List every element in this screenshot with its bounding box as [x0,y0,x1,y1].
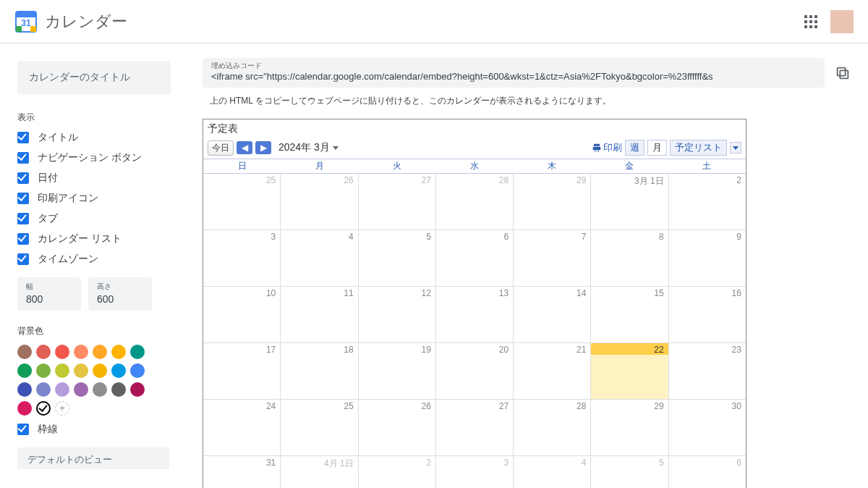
calendar-cell[interactable]: 4 [514,456,591,488]
calendar-cell[interactable]: 12 [359,287,436,342]
default-view-select[interactable]: デフォルトのビュー [17,447,169,469]
tab-week[interactable]: 週 [625,140,644,156]
calendar-cell[interactable]: 6 [436,230,514,286]
month-label[interactable]: 2024年 3月 [278,141,339,154]
color-swatch[interactable] [55,363,69,378]
calendar-title-input[interactable]: カレンダーのタイトル [17,61,171,94]
options-dropdown-icon[interactable] [730,142,741,153]
calendar-cell[interactable]: 29 [591,400,668,455]
calendar-cell[interactable]: 5 [591,456,668,488]
calendar-cell[interactable]: 27 [359,174,436,230]
day-number: 21 [576,345,586,355]
calendar-cell[interactable]: 10 [203,287,281,342]
color-swatch[interactable] [93,363,107,378]
calendar-cell[interactable]: 23 [669,343,746,399]
calendar-cell[interactable]: 2 [669,174,746,230]
calendar-cell[interactable]: 3 [436,456,514,488]
color-swatch[interactable] [130,382,145,397]
color-swatch[interactable] [17,363,32,378]
display-checkbox-4[interactable]: タブ [17,212,171,225]
display-checkbox-0[interactable]: タイトル [17,131,171,144]
display-checkbox-3[interactable]: 印刷アイコン [17,192,171,205]
calendar-cell[interactable]: 31 [203,456,281,488]
calendar-cell[interactable]: 11 [281,287,358,342]
calendar-cell[interactable]: 22 [591,343,668,399]
height-input[interactable]: 高さ 600 [88,277,152,311]
day-number: 31 [266,458,276,468]
calendar-cell[interactable]: 4月 1日 [281,456,358,488]
color-swatch[interactable] [111,345,126,359]
next-button[interactable]: ▶ [255,141,271,154]
calendar-cell[interactable]: 9 [669,230,746,286]
calendar-cell[interactable]: 28 [514,400,591,455]
color-swatch[interactable] [17,345,32,359]
calendar-cell[interactable]: 21 [514,343,591,399]
calendar-cell[interactable]: 17 [203,343,281,399]
color-swatch[interactable] [17,401,32,416]
color-swatch[interactable] [130,345,145,359]
checkbox-label: 印刷アイコン [38,192,98,205]
calendar-cell[interactable]: 19 [359,343,436,399]
color-swatch[interactable] [111,382,126,397]
calendar-cell[interactable]: 13 [436,287,514,342]
color-swatch[interactable] [74,382,88,397]
calendar-cell[interactable]: 20 [436,343,514,399]
calendar-cell[interactable]: 25 [281,400,358,455]
color-swatch[interactable] [36,382,51,397]
calendar-cell[interactable]: 24 [203,400,281,455]
calendar-cell[interactable]: 29 [514,174,591,230]
today-button[interactable]: 今日 [208,140,234,156]
calendar-cell[interactable]: 8 [591,230,668,286]
tab-agenda[interactable]: 予定リスト [670,140,727,156]
calendar-cell[interactable]: 16 [669,287,746,342]
calendar-cell[interactable]: 26 [281,174,358,230]
color-swatch[interactable] [36,363,51,378]
display-checkbox-2[interactable]: 日付 [17,172,171,185]
color-swatch[interactable] [55,382,69,397]
checkbox-icon [17,132,29,143]
calendar-cell[interactable]: 7 [514,230,591,286]
add-color-button[interactable]: + [55,401,69,416]
bgcolor-label: 背景色 [17,325,171,337]
calendar-cell[interactable]: 2 [359,456,436,488]
calendar-cell[interactable]: 28 [436,174,514,230]
tab-month[interactable]: 月 [647,140,667,156]
chevron-down-icon [333,146,339,150]
calendar-cell[interactable]: 4 [281,230,358,286]
color-swatch[interactable] [111,363,126,378]
checkbox-icon [17,253,29,265]
color-swatch[interactable] [93,382,107,397]
calendar-cell[interactable]: 18 [281,343,358,399]
day-number: 19 [421,345,430,355]
calendar-cell[interactable]: 27 [436,400,514,455]
calendar-cell[interactable]: 15 [591,287,668,342]
display-checkbox-5[interactable]: カレンダー リスト [17,232,171,245]
color-swatch[interactable] [74,363,88,378]
color-swatch[interactable] [55,345,69,359]
calendar-cell[interactable]: 14 [514,287,591,342]
display-checkbox-6[interactable]: タイムゾーン [17,253,171,266]
color-swatch[interactable] [36,345,51,359]
embed-code-field[interactable]: 埋め込みコード <iframe src="https://calendar.go… [203,58,825,88]
color-swatch[interactable] [93,345,107,359]
display-checkbox-1[interactable]: ナビゲーション ボタン [17,151,171,164]
border-checkbox[interactable]: 枠線 [17,423,171,436]
width-input[interactable]: 幅 800 [17,277,81,311]
calendar-cell[interactable]: 5 [359,230,436,286]
color-swatch[interactable] [17,382,32,397]
calendar-cell[interactable]: 26 [359,400,436,455]
copy-icon[interactable] [835,65,851,81]
avatar[interactable] [830,10,854,33]
prev-button[interactable]: ◀ [237,141,252,154]
apps-grid-icon[interactable] [804,15,817,28]
calendar-cell[interactable]: 30 [669,400,746,455]
color-swatch[interactable] [74,345,88,359]
print-button[interactable]: 印刷 [592,141,622,154]
color-swatch[interactable] [130,363,145,378]
calendar-cell[interactable]: 3 [203,230,281,286]
color-swatch-selected[interactable] [36,401,51,416]
calendar-cell[interactable]: 3月 1日 [591,174,668,230]
checkbox-label: ナビゲーション ボタン [38,151,142,164]
calendar-cell[interactable]: 6 [669,456,746,488]
calendar-cell[interactable]: 25 [203,174,281,230]
